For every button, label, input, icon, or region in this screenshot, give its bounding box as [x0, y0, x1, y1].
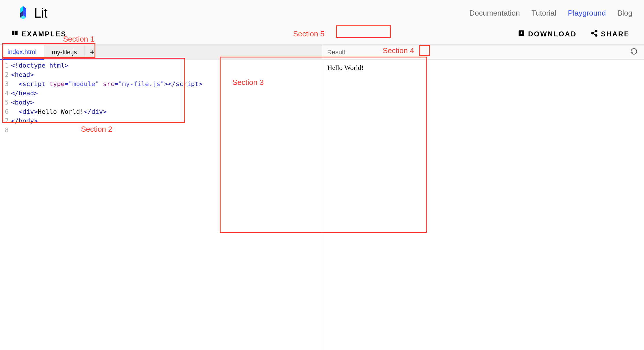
code-line[interactable]: </head>: [11, 89, 322, 98]
top-nav: Lit Documentation Tutorial Playground Bl…: [0, 0, 644, 24]
brand[interactable]: Lit: [16, 5, 47, 21]
line-number: 8: [0, 126, 9, 135]
line-number: 2: [0, 70, 9, 79]
download-button[interactable]: DOWNLOAD: [515, 28, 580, 40]
share-icon: [591, 29, 598, 39]
nav-tutorial[interactable]: Tutorial: [532, 9, 556, 18]
code-line[interactable]: <!doctype html>: [11, 61, 322, 70]
refresh-icon: [630, 49, 638, 57]
brand-name: Lit: [34, 5, 47, 21]
code-line[interactable]: <div>Hello World!</div>: [11, 107, 322, 116]
result-label: Result: [327, 49, 345, 56]
workspace: index.html my-file.js + 12345678 <!docty…: [0, 44, 644, 350]
download-label: DOWNLOAD: [528, 30, 577, 38]
nav-playground[interactable]: Playground: [568, 9, 606, 18]
file-tabs: index.html my-file.js +: [0, 45, 322, 60]
result-output: Hello World!: [322, 60, 644, 350]
nav-blog[interactable]: Blog: [617, 9, 632, 18]
svg-point-7: [591, 32, 593, 34]
examples-label: EXAMPLES: [21, 30, 66, 38]
result-pane: Result Hello World!: [322, 45, 644, 350]
plus-icon: +: [90, 48, 95, 57]
editor-pane: index.html my-file.js + 12345678 <!docty…: [0, 45, 322, 350]
code-line[interactable]: <body>: [11, 98, 322, 107]
result-header: Result: [322, 45, 644, 60]
code-body[interactable]: <!doctype html><head> <script type="modu…: [11, 61, 322, 350]
share-label: SHARE: [601, 30, 630, 38]
code-line[interactable]: <script type="module" src="my-file.js"><…: [11, 79, 322, 89]
code-line[interactable]: </body>: [11, 116, 322, 126]
tab-index-html[interactable]: index.html: [0, 45, 44, 60]
add-tab-button[interactable]: +: [85, 48, 100, 57]
playground-toolbar: EXAMPLES DOWNLOAD SHARE: [0, 24, 644, 44]
code-line[interactable]: <head>: [11, 70, 322, 79]
code-line[interactable]: [11, 126, 322, 135]
tab-my-file-js[interactable]: my-file.js: [44, 45, 85, 60]
line-number: 7: [0, 116, 9, 126]
examples-button[interactable]: EXAMPLES: [8, 28, 69, 40]
svg-point-6: [595, 30, 597, 32]
refresh-button[interactable]: [629, 46, 639, 58]
share-button[interactable]: SHARE: [588, 28, 632, 40]
lit-logo-icon: [16, 5, 30, 21]
svg-point-8: [595, 34, 597, 36]
line-gutter: 12345678: [0, 61, 11, 350]
book-icon: [11, 29, 18, 39]
line-number: 3: [0, 79, 9, 89]
code-editor[interactable]: 12345678 <!doctype html><head> <script t…: [0, 60, 322, 350]
line-number: 4: [0, 89, 9, 98]
nav-documentation[interactable]: Documentation: [469, 9, 520, 18]
download-icon: [518, 29, 525, 39]
line-number: 6: [0, 107, 9, 116]
line-number: 1: [0, 61, 9, 70]
nav-links: Documentation Tutorial Playground Blog: [469, 9, 632, 18]
line-number: 5: [0, 98, 9, 107]
